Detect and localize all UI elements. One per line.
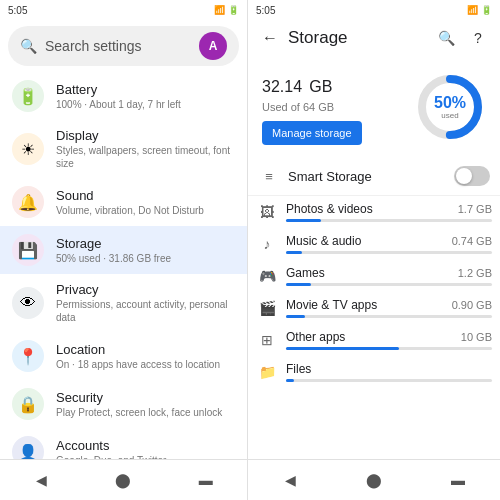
movies-name: Movie & TV apps xyxy=(286,298,377,312)
storage-row-movies[interactable]: 🎬 Movie & TV apps 0.90 GB xyxy=(248,292,500,324)
time-left: 5:05 xyxy=(8,5,27,16)
search-bar[interactable]: 🔍 Search settings A xyxy=(8,26,239,66)
games-name: Games xyxy=(286,266,325,280)
battery-subtitle: 100% · About 1 day, 7 hr left xyxy=(56,98,235,111)
otherapps-bar xyxy=(286,347,399,350)
location-icon: 📍 xyxy=(12,340,44,372)
bottom-nav-right: ◀ ⬤ ▬ xyxy=(248,459,500,500)
time-right: 5:05 xyxy=(256,5,275,16)
page-title: Storage xyxy=(288,28,428,48)
status-bar-right: 5:05 📶 🔋 xyxy=(248,0,500,20)
photos-bar xyxy=(286,219,321,222)
storage-row-files[interactable]: 📁 Files xyxy=(248,356,500,388)
otherapps-name: Other apps xyxy=(286,330,345,344)
files-icon: 📁 xyxy=(256,361,278,383)
smart-storage-label: Smart Storage xyxy=(288,169,446,184)
security-title: Security xyxy=(56,390,235,405)
storage-row-photos[interactable]: 🖼 Photos & videos 1.7 GB xyxy=(248,196,500,228)
privacy-title: Privacy xyxy=(56,282,235,297)
location-subtitle: On · 18 apps have access to location xyxy=(56,358,235,371)
games-bar xyxy=(286,283,311,286)
display-subtitle: Styles, wallpapers, screen timeout, font… xyxy=(56,144,235,170)
otherapps-icon: ⊞ xyxy=(256,329,278,351)
games-size: 1.2 GB xyxy=(458,267,492,279)
sidebar-item-storage[interactable]: 💾 Storage 50% used · 31.86 GB free xyxy=(0,226,247,274)
recent-button-right[interactable]: ▬ xyxy=(438,466,478,494)
storage-amount: 32.14 GB xyxy=(262,68,414,99)
storage-title: Storage xyxy=(56,236,235,251)
sidebar-item-accounts[interactable]: 👤 Accounts Google, Duo, and Twitter xyxy=(0,428,247,459)
sidebar-item-privacy[interactable]: 👁 Privacy Permissions, account activity,… xyxy=(0,274,247,332)
otherapps-size: 10 GB xyxy=(461,331,492,343)
back-icon[interactable]: ← xyxy=(256,24,284,52)
storage-row-otherapps[interactable]: ⊞ Other apps 10 GB xyxy=(248,324,500,356)
avatar[interactable]: A xyxy=(199,32,227,60)
sidebar-item-sound[interactable]: 🔔 Sound Volume, vibration, Do Not Distur… xyxy=(0,178,247,226)
sound-icon: 🔔 xyxy=(12,186,44,218)
location-title: Location xyxy=(56,342,235,357)
help-button[interactable]: ? xyxy=(464,24,492,52)
photos-size: 1.7 GB xyxy=(458,203,492,215)
right-panel: 5:05 📶 🔋 ← Storage 🔍 ? 32.14 GB Used of … xyxy=(248,0,500,500)
sidebar-item-security[interactable]: 🔒 Security Play Protect, screen lock, fa… xyxy=(0,380,247,428)
left-panel: 5:05 📶 🔋 🔍 Search settings A 🔋 Battery 1… xyxy=(0,0,248,500)
movies-bar xyxy=(286,315,305,318)
smart-storage-icon: ≡ xyxy=(258,165,280,187)
top-bar: ← Storage 🔍 ? xyxy=(248,20,500,56)
privacy-subtitle: Permissions, account activity, personal … xyxy=(56,298,235,324)
display-icon: ☀ xyxy=(12,133,44,165)
storage-items: 🖼 Photos & videos 1.7 GB ♪ Music & audio… xyxy=(248,196,500,459)
search-placeholder: Search settings xyxy=(45,38,191,54)
storage-subtitle: 50% used · 31.86 GB free xyxy=(56,252,235,265)
accounts-icon: 👤 xyxy=(12,436,44,459)
battery-icon: 🔋 xyxy=(12,80,44,112)
smart-storage-toggle[interactable] xyxy=(454,166,490,186)
display-title: Display xyxy=(56,128,235,143)
sidebar-item-location[interactable]: 📍 Location On · 18 apps have access to l… xyxy=(0,332,247,380)
battery-title: Battery xyxy=(56,82,235,97)
music-size: 0.74 GB xyxy=(452,235,492,247)
status-icons-right: 📶 🔋 xyxy=(467,5,492,15)
accounts-title: Accounts xyxy=(56,438,235,453)
movies-size: 0.90 GB xyxy=(452,299,492,311)
storage-row-music[interactable]: ♪ Music & audio 0.74 GB xyxy=(248,228,500,260)
sound-title: Sound xyxy=(56,188,235,203)
games-icon: 🎮 xyxy=(256,265,278,287)
top-icons: 🔍 ? xyxy=(432,24,492,52)
sidebar-item-display[interactable]: ☀ Display Styles, wallpapers, screen tim… xyxy=(0,120,247,178)
home-button[interactable]: ⬤ xyxy=(103,466,143,494)
music-bar xyxy=(286,251,302,254)
recent-button[interactable]: ▬ xyxy=(186,466,226,494)
files-name: Files xyxy=(286,362,311,376)
status-icons-left: 📶 🔋 xyxy=(214,5,239,15)
toggle-dot xyxy=(456,168,472,184)
storage-summary: 32.14 GB Used of 64 GB Manage storage 50… xyxy=(248,56,500,157)
sidebar-item-battery[interactable]: 🔋 Battery 100% · About 1 day, 7 hr left xyxy=(0,72,247,120)
movies-icon: 🎬 xyxy=(256,297,278,319)
storage-of-label: Used of 64 GB xyxy=(262,101,414,113)
bottom-nav-left: ◀ ⬤ ▬ xyxy=(0,459,247,500)
security-icon: 🔒 xyxy=(12,388,44,420)
music-name: Music & audio xyxy=(286,234,361,248)
home-button-right[interactable]: ⬤ xyxy=(354,466,394,494)
status-bar-left: 5:05 📶 🔋 xyxy=(0,0,247,20)
back-button-right[interactable]: ◀ xyxy=(270,466,310,494)
security-subtitle: Play Protect, screen lock, face unlock xyxy=(56,406,235,419)
settings-list: 🔋 Battery 100% · About 1 day, 7 hr left … xyxy=(0,72,247,459)
files-bar xyxy=(286,379,294,382)
storage-icon: 💾 xyxy=(12,234,44,266)
search-button[interactable]: 🔍 xyxy=(432,24,460,52)
smart-storage-row[interactable]: ≡ Smart Storage xyxy=(248,157,500,196)
storage-row-games[interactable]: 🎮 Games 1.2 GB xyxy=(248,260,500,292)
privacy-icon: 👁 xyxy=(12,287,44,319)
storage-donut-chart: 50% used xyxy=(414,71,486,143)
photos-name: Photos & videos xyxy=(286,202,373,216)
photos-icon: 🖼 xyxy=(256,201,278,223)
music-icon: ♪ xyxy=(256,233,278,255)
back-button[interactable]: ◀ xyxy=(21,466,61,494)
storage-unit: GB xyxy=(309,78,332,95)
search-icon: 🔍 xyxy=(20,38,37,54)
sound-subtitle: Volume, vibration, Do Not Disturb xyxy=(56,204,235,217)
manage-storage-button[interactable]: Manage storage xyxy=(262,121,362,145)
